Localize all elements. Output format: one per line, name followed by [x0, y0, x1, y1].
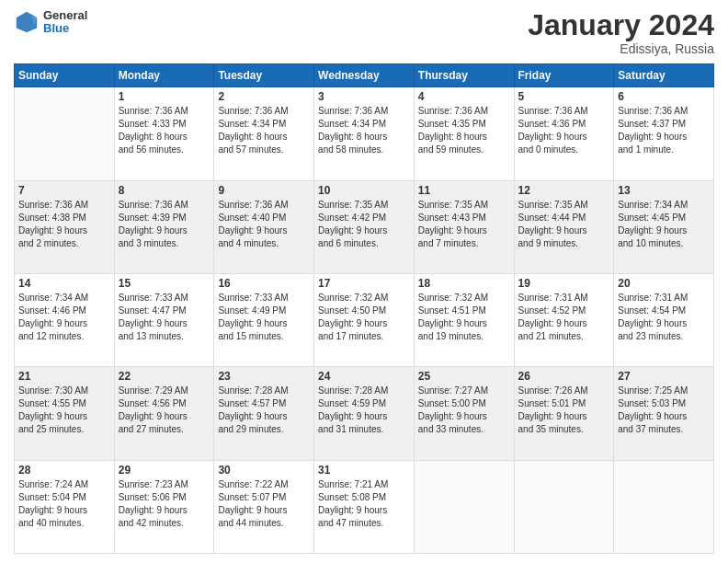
day-number: 19	[518, 277, 610, 290]
table-row: 15Sunrise: 7:33 AMSunset: 4:47 PMDayligh…	[114, 273, 214, 366]
table-row	[414, 460, 514, 553]
table-row: 5Sunrise: 7:36 AMSunset: 4:36 PMDaylight…	[514, 87, 614, 180]
day-info: Sunrise: 7:36 AMSunset: 4:34 PMDaylight:…	[318, 105, 410, 156]
calendar-week-row: 7Sunrise: 7:36 AMSunset: 4:38 PMDaylight…	[15, 180, 714, 273]
day-number: 30	[218, 464, 310, 477]
day-number: 10	[318, 184, 410, 197]
calendar-week-row: 14Sunrise: 7:34 AMSunset: 4:46 PMDayligh…	[15, 273, 714, 366]
day-number: 4	[418, 90, 510, 103]
table-row: 9Sunrise: 7:36 AMSunset: 4:40 PMDaylight…	[214, 180, 314, 273]
calendar-table: Sunday Monday Tuesday Wednesday Thursday…	[14, 63, 714, 554]
day-number: 8	[119, 184, 210, 197]
day-info: Sunrise: 7:36 AMSunset: 4:37 PMDaylight:…	[618, 105, 710, 156]
page: General Blue January 2024 Edissiya, Russ…	[0, 0, 728, 563]
header-saturday: Saturday	[614, 64, 714, 87]
logo-icon	[14, 9, 40, 35]
day-number: 22	[119, 370, 210, 383]
day-number: 5	[518, 90, 610, 103]
day-info: Sunrise: 7:35 AMSunset: 4:42 PMDaylight:…	[318, 199, 410, 250]
table-row: 8Sunrise: 7:36 AMSunset: 4:39 PMDaylight…	[114, 180, 214, 273]
day-info: Sunrise: 7:36 AMSunset: 4:33 PMDaylight:…	[119, 105, 210, 156]
logo: General Blue	[14, 9, 87, 36]
logo-text: General Blue	[43, 9, 87, 36]
day-number: 18	[418, 277, 510, 290]
header-friday: Friday	[514, 64, 614, 87]
table-row: 22Sunrise: 7:29 AMSunset: 4:56 PMDayligh…	[114, 367, 214, 460]
table-row: 4Sunrise: 7:36 AMSunset: 4:35 PMDaylight…	[414, 87, 514, 180]
day-number: 29	[119, 464, 210, 477]
month-title: January 2024	[528, 9, 714, 41]
day-number: 11	[418, 184, 510, 197]
day-info: Sunrise: 7:36 AMSunset: 4:35 PMDaylight:…	[418, 105, 510, 156]
table-row: 12Sunrise: 7:35 AMSunset: 4:44 PMDayligh…	[514, 180, 614, 273]
table-row: 16Sunrise: 7:33 AMSunset: 4:49 PMDayligh…	[214, 273, 314, 366]
day-info: Sunrise: 7:33 AMSunset: 4:49 PMDaylight:…	[218, 292, 310, 343]
day-number: 15	[119, 277, 210, 290]
header-wednesday: Wednesday	[314, 64, 415, 87]
table-row: 27Sunrise: 7:25 AMSunset: 5:03 PMDayligh…	[614, 367, 714, 460]
table-row: 25Sunrise: 7:27 AMSunset: 5:00 PMDayligh…	[414, 367, 514, 460]
day-info: Sunrise: 7:32 AMSunset: 4:50 PMDaylight:…	[318, 292, 410, 343]
day-info: Sunrise: 7:23 AMSunset: 5:06 PMDaylight:…	[119, 478, 210, 530]
table-row: 3Sunrise: 7:36 AMSunset: 4:34 PMDaylight…	[314, 87, 415, 180]
day-info: Sunrise: 7:35 AMSunset: 4:44 PMDaylight:…	[518, 199, 610, 250]
table-row	[15, 87, 115, 180]
day-info: Sunrise: 7:36 AMSunset: 4:34 PMDaylight:…	[218, 105, 310, 156]
header-sunday: Sunday	[15, 64, 115, 87]
day-info: Sunrise: 7:36 AMSunset: 4:38 PMDaylight:…	[18, 199, 110, 250]
day-info: Sunrise: 7:33 AMSunset: 4:47 PMDaylight:…	[119, 292, 210, 343]
table-row: 19Sunrise: 7:31 AMSunset: 4:52 PMDayligh…	[514, 273, 614, 366]
table-row	[514, 460, 614, 553]
day-info: Sunrise: 7:28 AMSunset: 4:57 PMDaylight:…	[218, 385, 310, 436]
table-row: 13Sunrise: 7:34 AMSunset: 4:45 PMDayligh…	[614, 180, 714, 273]
table-row: 17Sunrise: 7:32 AMSunset: 4:50 PMDayligh…	[314, 273, 415, 366]
day-number: 28	[18, 464, 110, 477]
table-row: 6Sunrise: 7:36 AMSunset: 4:37 PMDaylight…	[614, 87, 714, 180]
day-number: 7	[18, 184, 110, 197]
day-info: Sunrise: 7:31 AMSunset: 4:52 PMDaylight:…	[518, 292, 610, 343]
day-number: 24	[318, 370, 410, 383]
day-info: Sunrise: 7:22 AMSunset: 5:07 PMDaylight:…	[218, 478, 310, 530]
day-info: Sunrise: 7:27 AMSunset: 5:00 PMDaylight:…	[418, 385, 510, 436]
day-info: Sunrise: 7:24 AMSunset: 5:04 PMDaylight:…	[18, 478, 110, 530]
calendar-week-row: 28Sunrise: 7:24 AMSunset: 5:04 PMDayligh…	[15, 460, 714, 553]
calendar-week-row: 1Sunrise: 7:36 AMSunset: 4:33 PMDaylight…	[15, 87, 714, 180]
table-row: 21Sunrise: 7:30 AMSunset: 4:55 PMDayligh…	[15, 367, 115, 460]
day-info: Sunrise: 7:26 AMSunset: 5:01 PMDaylight:…	[518, 385, 610, 436]
title-section: January 2024 Edissiya, Russia	[528, 9, 714, 56]
day-number: 3	[318, 90, 410, 103]
location: Edissiya, Russia	[528, 41, 714, 56]
day-info: Sunrise: 7:36 AMSunset: 4:36 PMDaylight:…	[518, 105, 610, 156]
table-row: 30Sunrise: 7:22 AMSunset: 5:07 PMDayligh…	[214, 460, 314, 553]
day-info: Sunrise: 7:31 AMSunset: 4:54 PMDaylight:…	[618, 292, 710, 343]
table-row: 26Sunrise: 7:26 AMSunset: 5:01 PMDayligh…	[514, 367, 614, 460]
table-row: 18Sunrise: 7:32 AMSunset: 4:51 PMDayligh…	[414, 273, 514, 366]
day-info: Sunrise: 7:30 AMSunset: 4:55 PMDaylight:…	[18, 385, 110, 436]
day-info: Sunrise: 7:28 AMSunset: 4:59 PMDaylight:…	[318, 385, 410, 436]
day-number: 2	[218, 90, 310, 103]
table-row: 7Sunrise: 7:36 AMSunset: 4:38 PMDaylight…	[15, 180, 115, 273]
logo-blue-text: Blue	[43, 22, 87, 35]
day-info: Sunrise: 7:25 AMSunset: 5:03 PMDaylight:…	[618, 385, 710, 436]
day-info: Sunrise: 7:35 AMSunset: 4:43 PMDaylight:…	[418, 199, 510, 250]
header-monday: Monday	[114, 64, 214, 87]
calendar-week-row: 21Sunrise: 7:30 AMSunset: 4:55 PMDayligh…	[15, 367, 714, 460]
header-thursday: Thursday	[414, 64, 514, 87]
table-row: 24Sunrise: 7:28 AMSunset: 4:59 PMDayligh…	[314, 367, 415, 460]
day-info: Sunrise: 7:21 AMSunset: 5:08 PMDaylight:…	[318, 478, 410, 530]
day-number: 13	[618, 184, 710, 197]
table-row: 1Sunrise: 7:36 AMSunset: 4:33 PMDaylight…	[114, 87, 214, 180]
day-number: 12	[518, 184, 610, 197]
day-number: 1	[119, 90, 210, 103]
day-info: Sunrise: 7:34 AMSunset: 4:46 PMDaylight:…	[18, 292, 110, 343]
day-number: 6	[618, 90, 710, 103]
day-number: 26	[518, 370, 610, 383]
day-number: 14	[18, 277, 110, 290]
table-row: 2Sunrise: 7:36 AMSunset: 4:34 PMDaylight…	[214, 87, 314, 180]
table-row: 31Sunrise: 7:21 AMSunset: 5:08 PMDayligh…	[314, 460, 415, 553]
day-number: 9	[218, 184, 310, 197]
table-row	[614, 460, 714, 553]
day-info: Sunrise: 7:29 AMSunset: 4:56 PMDaylight:…	[119, 385, 210, 436]
table-row: 28Sunrise: 7:24 AMSunset: 5:04 PMDayligh…	[15, 460, 115, 553]
day-number: 17	[318, 277, 410, 290]
